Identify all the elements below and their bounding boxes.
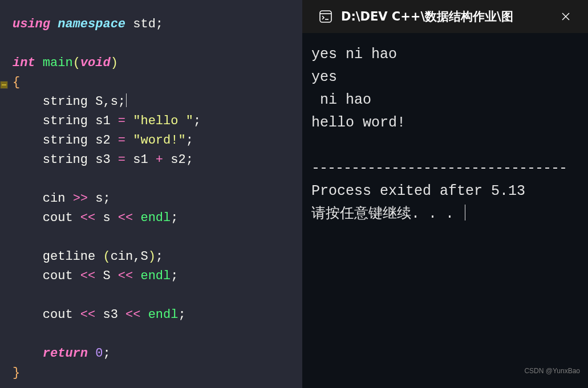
text-cursor (126, 93, 127, 107)
code-token (13, 250, 43, 264)
code-token: << (80, 308, 95, 322)
code-line[interactable]: { (13, 73, 302, 92)
code-line[interactable] (13, 325, 302, 344)
code-token: { (13, 75, 20, 89)
code-token (88, 346, 95, 361)
code-token (125, 114, 133, 128)
code-token: "hello " (133, 114, 193, 128)
console-line: -------------------------------- (311, 157, 588, 180)
code-token (95, 308, 103, 322)
console-line: ni hao (311, 89, 588, 112)
code-token (95, 269, 103, 283)
code-line[interactable]: getline (cin,S); (13, 247, 302, 267)
code-token: main (43, 56, 73, 70)
console-line: Process exited after 5.13 (311, 180, 588, 203)
code-token: << (118, 211, 133, 225)
code-token (133, 211, 140, 225)
code-token: string (13, 153, 95, 167)
code-token: s1 (95, 114, 110, 128)
code-editor[interactable]: using namespace std; int main(void){ str… (0, 0, 302, 388)
console-line: 请按任意键继续. . . (311, 203, 588, 226)
code-line[interactable]: string s1 = "hello "; (13, 112, 302, 131)
fold-marker-icon[interactable] (0, 81, 8, 89)
code-token: S (95, 95, 103, 109)
code-token: getline (43, 250, 95, 264)
code-token: s (103, 211, 110, 225)
code-token: endl (148, 308, 179, 322)
code-token: , (103, 95, 110, 109)
code-token: s3 (103, 308, 117, 322)
code-token: ( (103, 250, 110, 264)
code-line[interactable]: int main(void) (13, 54, 302, 73)
code-token: endl (140, 269, 171, 283)
code-token: ; (103, 346, 110, 361)
code-token: = (118, 153, 125, 167)
code-token (111, 114, 118, 128)
code-line[interactable]: } (13, 364, 302, 383)
code-token: cin (111, 250, 133, 264)
code-line[interactable]: cout << s << endl; (13, 209, 302, 228)
code-token: ; (156, 250, 163, 264)
code-token: s3 (95, 153, 110, 167)
code-token: s (95, 191, 103, 206)
code-line[interactable]: cout << s3 << endl; (13, 305, 302, 325)
code-token: + (156, 153, 163, 167)
code-line[interactable]: using namespace std; (13, 15, 302, 34)
code-line[interactable]: string s2 = "word!"; (13, 131, 302, 150)
code-line[interactable]: string S,s; (13, 92, 302, 112)
code-token: } (13, 366, 20, 380)
code-token (13, 269, 43, 283)
code-token: 0 (95, 346, 103, 361)
code-line[interactable]: return 0; (13, 344, 302, 364)
code-token: << (118, 269, 133, 283)
code-token: ; (186, 133, 193, 148)
code-token (140, 308, 148, 322)
code-token: = (118, 133, 125, 148)
code-body[interactable]: using namespace std; int main(void){ str… (13, 15, 302, 383)
code-token (13, 191, 43, 206)
console-window: D:\DEV C++\数据结构作业\图 yes ni haoyes ni hao… (302, 0, 588, 388)
code-token (125, 133, 133, 148)
close-button[interactable] (553, 3, 579, 30)
code-token (111, 211, 118, 225)
code-token: = (118, 114, 125, 128)
code-token (125, 153, 133, 167)
terminal-icon (319, 10, 332, 23)
code-token (148, 153, 156, 167)
console-titlebar[interactable]: D:\DEV C++\数据结构作业\图 (302, 0, 588, 33)
code-token: ; (156, 17, 163, 31)
console-output[interactable]: yes ni haoyes ni haohello word! --------… (302, 33, 588, 226)
code-token: ) (111, 56, 118, 70)
code-line[interactable] (13, 286, 302, 305)
console-line: yes ni hao (311, 43, 588, 66)
code-token: using (13, 17, 50, 31)
code-line[interactable] (13, 228, 302, 247)
code-line[interactable]: cout << S << endl; (13, 267, 302, 286)
code-token (13, 346, 43, 361)
code-token (95, 250, 103, 264)
code-token: string (13, 133, 95, 148)
code-line[interactable]: string s3 = s1 + s2; (13, 150, 302, 170)
code-token: s2 (171, 153, 185, 167)
code-token: s (111, 95, 118, 109)
code-token (133, 269, 140, 283)
code-token (125, 17, 133, 31)
code-token: cin (43, 191, 66, 206)
svg-rect-0 (320, 11, 331, 22)
code-line[interactable] (13, 34, 302, 54)
code-token (88, 191, 95, 206)
code-token (111, 269, 118, 283)
code-line[interactable] (13, 170, 302, 189)
console-line: yes (311, 66, 588, 89)
code-line[interactable]: cin >> s; (13, 189, 302, 209)
code-token: int (13, 56, 35, 70)
code-token: string (13, 95, 95, 109)
code-token: , (133, 250, 140, 264)
code-token: ) (148, 250, 156, 264)
code-token (111, 133, 118, 148)
code-token: ; (171, 269, 178, 283)
code-token: return (43, 346, 88, 361)
code-token: cout (43, 269, 73, 283)
code-token (73, 308, 80, 322)
code-token: << (80, 269, 95, 283)
